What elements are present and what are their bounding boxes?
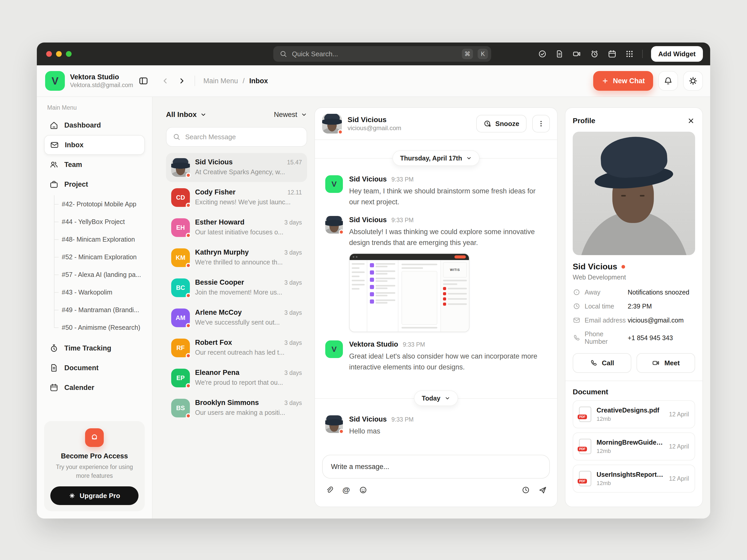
- documents-title: Document: [573, 388, 695, 396]
- workspace-info: Vektora Studio Vektora.std@gmail.com: [70, 73, 133, 89]
- forward-icon[interactable]: [177, 76, 186, 85]
- notifications-button[interactable]: [658, 71, 678, 91]
- inbox-filter-dropdown[interactable]: All Inbox: [166, 110, 206, 119]
- unread-dot: [186, 413, 191, 419]
- message-composer: @: [315, 453, 557, 507]
- today-divider-pill[interactable]: Today: [414, 391, 458, 406]
- close-window-button[interactable]: [46, 51, 52, 57]
- sidebar-project-49[interactable]: #49 - Mantraman (Brandi...: [54, 301, 145, 319]
- quick-search-input[interactable]: Quick Search... ⌘ K: [274, 46, 491, 62]
- notes-document-icon[interactable]: [555, 50, 564, 58]
- sidebar-project-50[interactable]: #50 - Animisme (Research): [54, 319, 145, 336]
- app-header: V Vektora Studio Vektora.std@gmail.com M…: [37, 65, 710, 97]
- detail-row-email: Email address vicious@gmail.com: [573, 316, 695, 324]
- avatar: KM: [171, 248, 190, 267]
- sidebar-item-label: Inbox: [65, 141, 83, 149]
- message-search-input[interactable]: [185, 133, 300, 141]
- date-divider: Thursday, April 17th: [325, 150, 547, 166]
- sidebar-item-label: Document: [64, 364, 99, 372]
- breadcrumb-parent[interactable]: Main Menu: [203, 77, 238, 85]
- add-widget-button[interactable]: Add Widget: [651, 46, 703, 62]
- sidebar-item-team[interactable]: Team: [44, 155, 145, 175]
- close-icon[interactable]: [687, 117, 695, 125]
- breadcrumb-current: Inbox: [249, 77, 268, 85]
- alarm-clock-icon[interactable]: [590, 49, 599, 59]
- detail-row-phone: Phone Number +1 854 945 343: [573, 330, 695, 345]
- back-icon[interactable]: [161, 76, 170, 85]
- document-card-morning-brew[interactable]: MorningBrewGuide.pdf 12mb 12 April: [573, 432, 695, 460]
- sidebar-item-label: Project: [64, 181, 88, 188]
- calendar-icon[interactable]: [608, 49, 617, 59]
- inbox-sort-dropdown[interactable]: Newest: [274, 111, 307, 119]
- collapse-sidebar-icon[interactable]: [138, 76, 149, 86]
- pdf-file-icon: [579, 439, 591, 454]
- search-icon: [280, 50, 287, 58]
- composer-toolbar: @: [322, 480, 550, 500]
- sidebar-item-document[interactable]: Document: [44, 358, 145, 378]
- message-row-robert-fox[interactable]: RF Robert Fox3 daysOur recent outreach h…: [166, 334, 307, 363]
- quick-search-placeholder: Quick Search...: [292, 50, 457, 58]
- message-row-brooklyn-simmons[interactable]: BS Brooklyn Simmons3 daysOur users are m…: [166, 394, 307, 423]
- message-row-kathryn-murphy[interactable]: KM Kathryn Murphy3 daysWe're thrilled to…: [166, 243, 307, 272]
- sidebar-project-44[interactable]: #44 - YellyBox Project: [54, 213, 145, 231]
- document-card-user-insights[interactable]: UserInsightsReport.pdf 12mb 12 April: [573, 464, 695, 492]
- pro-card-title: Become Pro Access: [61, 452, 128, 460]
- message-row-esther-howard[interactable]: EH Esther Howard3 daysOur latest initiat…: [166, 213, 307, 242]
- chat-more-button[interactable]: [532, 115, 550, 132]
- sidebar-item-calendar[interactable]: Calender: [44, 378, 145, 397]
- sidebar-project-57[interactable]: #57 - Alexa AI (landing pa...: [54, 266, 145, 283]
- message-row-eleanor-pena[interactable]: EP Eleanor Pena3 daysWe're proud to repo…: [166, 364, 307, 393]
- upgrade-pro-button[interactable]: Upgrade Pro: [50, 486, 138, 505]
- chat-message: V Vektora Studio9:33 PM Great idea! Let'…: [325, 340, 547, 373]
- sidebar-item-time-tracking[interactable]: Time Tracking: [44, 338, 145, 358]
- unread-dot: [186, 203, 191, 208]
- phone-icon: [573, 334, 581, 342]
- paperclip-icon[interactable]: [325, 486, 334, 495]
- traffic-lights: [46, 51, 72, 57]
- emoji-icon[interactable]: [359, 486, 367, 495]
- history-nav: Main Menu / Inbox: [153, 76, 268, 86]
- unread-dot: [186, 263, 191, 268]
- date-divider-pill[interactable]: Thursday, April 17th: [392, 150, 480, 166]
- avatar: [325, 216, 343, 234]
- desktop-background: Quick Search... ⌘ K Add Widget V Vektora…: [0, 0, 747, 560]
- tasks-check-icon[interactable]: [538, 50, 547, 58]
- sidebar-project-48[interactable]: #48- Minicam Exploration: [54, 231, 145, 248]
- avatar: EP: [171, 369, 190, 387]
- sidebar-item-inbox[interactable]: Inbox: [44, 135, 145, 155]
- meet-button[interactable]: Meet: [637, 353, 695, 373]
- sidebar-item-dashboard[interactable]: Dashboard: [44, 115, 145, 135]
- minimize-window-button[interactable]: [56, 51, 62, 57]
- sidebar-item-project[interactable]: Project: [44, 175, 145, 194]
- header-divider: [195, 76, 195, 86]
- composer-input[interactable]: [331, 463, 541, 471]
- profile-details: Away Notifications snoozed Local time 2:…: [573, 288, 695, 345]
- sidebar-project-43[interactable]: #43 - Warkopolim: [54, 283, 145, 301]
- attached-screenshot-image[interactable]: WITIS: [349, 253, 469, 332]
- schedule-clock-icon[interactable]: [521, 486, 530, 495]
- chat-message: V Sid Vicious9:33 PM Hey team, I think w…: [325, 175, 547, 208]
- mail-icon: [50, 140, 59, 150]
- avatar: V: [325, 340, 343, 358]
- sidebar-project-52[interactable]: #52 - Minicam Exploration: [54, 248, 145, 266]
- message-row-bessie-cooper[interactable]: BC Bessie Cooper3 daysJoin the movement!…: [166, 273, 307, 302]
- maximize-window-button[interactable]: [66, 51, 72, 57]
- mention-icon[interactable]: @: [342, 486, 350, 494]
- avatar: CD: [171, 188, 190, 207]
- message-row-sid-vicious[interactable]: Sid Vicious15.47At Creative Sparks Agenc…: [166, 153, 307, 182]
- apps-grid-icon[interactable]: [625, 50, 634, 58]
- sidebar-project-42[interactable]: #42- Prototopi Mobile App: [54, 195, 145, 213]
- unread-dot: [186, 323, 191, 328]
- settings-button[interactable]: [683, 71, 703, 91]
- new-chat-button[interactable]: New Chat: [593, 71, 653, 91]
- message-row-cody-fisher[interactable]: CD Cody Fisher12.11Exciting news! We've …: [166, 183, 307, 212]
- snooze-button[interactable]: Snooze: [476, 115, 526, 132]
- document-card-creative-designs[interactable]: CreativeDesigns.pdf 12mb 12 April: [573, 400, 695, 428]
- message-row-arlene-mccoy[interactable]: AM Arlene McCoy3 daysWe've successfully …: [166, 303, 307, 332]
- send-icon[interactable]: [538, 485, 547, 495]
- thumb-label: WITIS: [443, 262, 467, 278]
- call-button[interactable]: Call: [573, 353, 631, 373]
- workspace-email: Vektora.std@gmail.com: [70, 82, 133, 89]
- video-call-icon[interactable]: [572, 49, 582, 59]
- profile-actions: Call Meet: [573, 353, 695, 373]
